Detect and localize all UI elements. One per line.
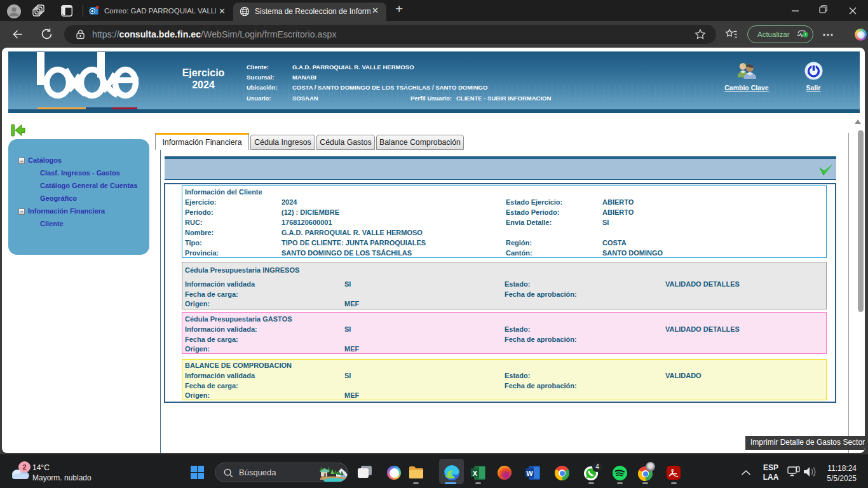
svg-text:X: X: [473, 470, 478, 477]
svg-text:W: W: [526, 470, 533, 477]
